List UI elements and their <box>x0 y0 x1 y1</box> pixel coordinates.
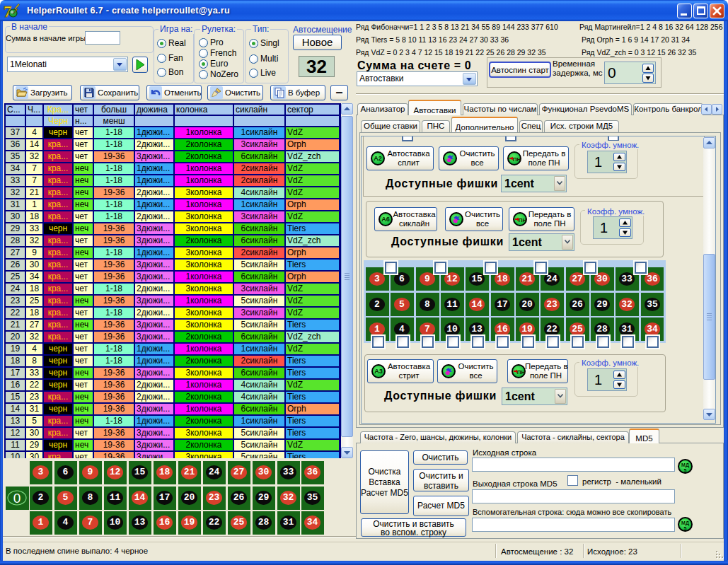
svg-text:ПН: ПН <box>519 217 527 223</box>
svg-text:0: 0 <box>13 491 21 506</box>
svg-text:ПН: ПН <box>517 369 526 375</box>
svg-text:ПН: ПН <box>513 156 521 163</box>
